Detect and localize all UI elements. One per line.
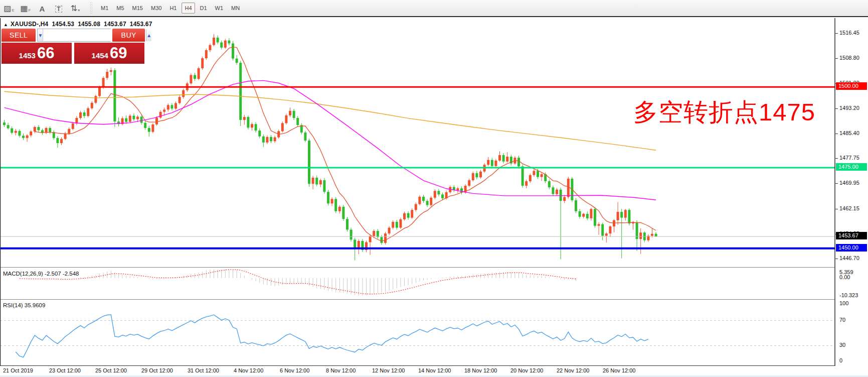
collapse-arrow-icon[interactable]: ▲ (4, 22, 8, 27)
chart-canvas[interactable] (0, 18, 835, 366)
timeframe-button-m15[interactable]: M15 (129, 3, 146, 14)
axis-tick-mark (835, 158, 838, 159)
time-tick-label: 23 Oct 12:00 (49, 367, 81, 373)
timeframe-button-w1[interactable]: W1 (212, 3, 227, 14)
time-tick-label: 12 Nov 12:00 (372, 367, 405, 373)
axis-tick-mark (835, 134, 838, 134)
sell-price-big: 66 (37, 43, 54, 64)
time-tick-label: 14 Nov 12:00 (418, 367, 451, 373)
symbol-title: XAUUSD-,H4 (11, 21, 48, 28)
time-tick-label: 18 Nov 12:00 (464, 367, 497, 373)
timeframe-button-mn[interactable]: MN (228, 3, 243, 14)
cycle-arrows-icon[interactable]: ⇅▾ (68, 2, 83, 15)
axis-tick-mark (835, 108, 838, 109)
price-axis[interactable]: 1516.451508.801501.001493.201485.401477.… (835, 18, 868, 377)
toolbar-separator (90, 2, 93, 14)
axis-tick-mark (835, 58, 838, 59)
time-tick-label: 20 Nov 12:00 (510, 367, 543, 373)
pivot-line-price-chip: 1475.00 (836, 163, 867, 171)
rsi-label: RSI(14) 35.9609 (3, 302, 45, 308)
ohlc-open: 1454.53 (52, 21, 74, 28)
buy-price-big: 69 (110, 43, 127, 64)
time-tick-label: 25 Oct 12:00 (95, 367, 127, 373)
rsi-scale-label: 30 (839, 342, 845, 348)
axis-tick-mark (835, 209, 838, 209)
time-axis[interactable]: 21 Oct 201923 Oct 12:0025 Oct 12:0029 Oc… (0, 366, 868, 375)
chart-window[interactable]: ▲XAUUSD-,H41454.531455.081453.671453.67 … (0, 18, 868, 377)
current-price-line-price-chip: 1453.67 (836, 232, 867, 239)
price-tick-label: 1477.75 (839, 155, 859, 161)
sell-button[interactable]: SELL (2, 29, 36, 42)
volume-stepper: ▼ ▲ (37, 29, 111, 42)
ma-fast-line (35, 47, 656, 241)
timeframe-button-d1[interactable]: D1 (197, 3, 210, 14)
volume-decrease-button[interactable]: ▼ (38, 29, 43, 41)
axis-tick-mark (835, 33, 838, 34)
time-tick-label: 26 Nov 12:00 (603, 367, 635, 373)
price-tick-label: 1508.80 (839, 55, 859, 61)
text-label-icon[interactable]: T (51, 2, 66, 15)
indicator-grid-icon[interactable]: ▦F (18, 2, 33, 15)
rsi-line (16, 315, 648, 357)
ohlc-low: 1453.67 (104, 21, 126, 28)
time-tick-label: 6 Nov 12:00 (280, 367, 309, 373)
buy-price-box[interactable]: 1454 69 (74, 43, 144, 64)
top-toolbar: ▨E▦FAT⇅▾M1M5M15M30H1H4D1W1MN (0, 0, 868, 17)
time-tick-label: 8 Nov 12:00 (326, 367, 356, 373)
ohlc-high: 1455.08 (78, 21, 100, 28)
axis-tick-mark (835, 183, 838, 184)
time-tick-label: 31 Oct 12:00 (188, 367, 219, 373)
text-annotation-icon[interactable]: A (35, 2, 50, 15)
macd-scale-label: 0.00 (839, 274, 850, 280)
volume-increase-button[interactable]: ▲ (146, 29, 151, 41)
mt4-terminal: { "toolbar": { "icons": [ {"name": "expe… (0, 0, 868, 377)
one-click-trade-panel: SELL ▼ ▲ BUY 1453 66 1454 69 (2, 29, 145, 64)
price-tick-label: 1493.20 (839, 105, 859, 111)
sell-price-box[interactable]: 1453 66 (2, 43, 72, 64)
price-tick-label: 1516.45 (839, 30, 859, 36)
ohlc-close: 1453.67 (130, 21, 152, 28)
support-line-price-chip: 1450.00 (836, 244, 867, 252)
timeframe-button-h1[interactable]: H1 (166, 3, 180, 14)
price-tick-label: 1485.40 (839, 130, 859, 136)
chart-ohlc-header: ▲XAUUSD-,H41454.531455.081453.671453.67 (4, 21, 152, 28)
resistance-line-price-chip: 1500.00 (836, 82, 867, 90)
rsi-scale-label: 70 (839, 317, 845, 323)
chart-text-annotation: 多空转折点1475 (633, 96, 815, 129)
timeframe-button-m30[interactable]: M30 (148, 3, 164, 14)
price-tick-label: 1469.95 (839, 180, 859, 186)
macd-scale-label: -10.323 (839, 292, 858, 298)
buy-button[interactable]: BUY (112, 29, 145, 42)
ma-slow-line (5, 91, 656, 150)
timeframe-button-h4[interactable]: H4 (182, 3, 195, 14)
time-tick-label: 4 Nov 12:00 (234, 367, 263, 373)
price-tick-label: 1462.15 (839, 205, 859, 211)
expert-advisor-icon[interactable]: ▨E (2, 2, 17, 15)
timeframe-button-m5[interactable]: M5 (113, 3, 127, 14)
sell-price-small: 1453 (19, 51, 36, 60)
rsi-scale-label: 100 (839, 300, 848, 306)
time-tick-label: 29 Oct 12:00 (141, 367, 173, 373)
macd-label: MACD(12,26,9) -2.507 -2.548 (3, 271, 79, 277)
time-tick-label: 21 Oct 2019 (3, 367, 33, 373)
price-tick-label: 1446.70 (839, 255, 859, 261)
rsi-scale-label: 0 (839, 357, 842, 363)
axis-tick-mark (835, 259, 838, 259)
time-tick-label: 22 Nov 12:00 (557, 367, 589, 373)
buy-price-small: 1454 (92, 51, 108, 60)
timeframe-button-m1[interactable]: M1 (98, 3, 111, 14)
